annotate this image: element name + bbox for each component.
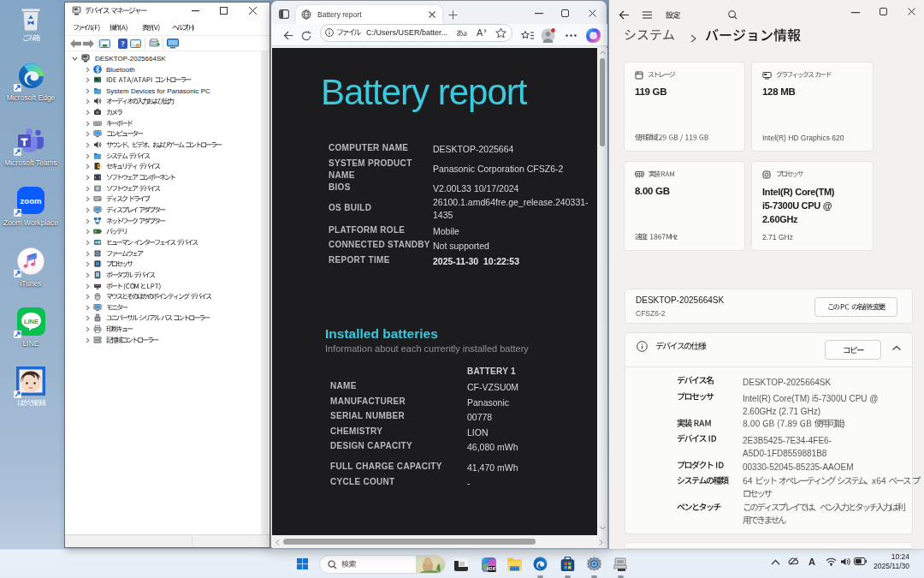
svg-text:zoom: zoom — [21, 196, 42, 206]
svg-text:LINE: LINE — [23, 318, 38, 325]
svg-text:M365: M365 — [487, 567, 496, 571]
svg-text:?: ? — [121, 39, 125, 48]
svg-text:A: A — [477, 27, 483, 38]
